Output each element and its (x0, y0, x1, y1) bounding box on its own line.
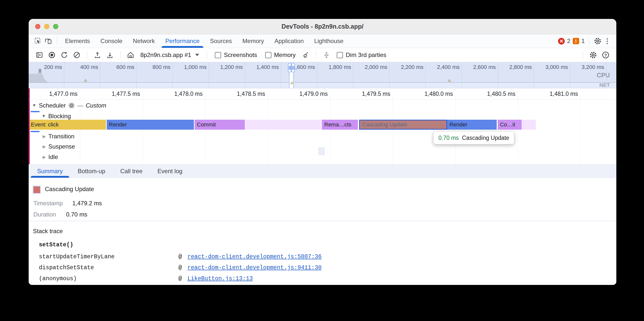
track-gridline (330, 100, 330, 164)
expand-triangle-icon[interactable]: ▼ (32, 103, 36, 108)
frame-source-link[interactable]: react-dom-client.development.js:9411:30 (188, 265, 322, 271)
tab-application[interactable]: Application (269, 34, 309, 48)
separator (120, 51, 120, 59)
flame-chart-bar-row[interactable]: Event: clickRenderCommitRema…ctsCascadin… (29, 120, 616, 130)
flame-bar-filler[interactable] (245, 120, 322, 130)
tab-label: Elements (65, 38, 90, 44)
flame-bar-commit[interactable]: Commit (195, 120, 245, 130)
selection-window[interactable] (289, 72, 294, 88)
stack-origin: setState() (39, 242, 73, 248)
flame-bar-event-click[interactable]: Event: click (29, 120, 106, 130)
details-tab-call-tree[interactable]: Call tree (113, 164, 150, 178)
tab-label: Sources (210, 38, 232, 44)
track-header-scheduler[interactable]: ▼ Scheduler — Custom (32, 102, 106, 110)
collapsed-triangle-icon[interactable]: ▶ (42, 155, 46, 160)
overview-tick-label: 3,200 ms (567, 64, 604, 70)
collect-garbage-broom-icon[interactable] (300, 49, 311, 60)
screenshots-checkbox-group[interactable]: Screenshots (212, 51, 260, 58)
expand-triangle-icon[interactable]: ▼ (42, 114, 46, 119)
flame-bar-filler[interactable] (522, 120, 536, 130)
timeline-overview[interactable]: CPU NET 200 ms400 ms600 ms800 ms1,000 ms… (29, 62, 616, 88)
tab-sources[interactable]: Sources (205, 34, 237, 48)
warning-badge-icon: ! (573, 38, 579, 44)
frame-at-symbol: @ (178, 276, 182, 282)
track-gridline (393, 100, 393, 164)
dim-3rd-parties-checkbox[interactable] (337, 52, 343, 58)
track-row-transition[interactable]: ▶ Transition (42, 133, 74, 140)
summary-pane: Cascading Update Timestamp 1,479.2 ms Du… (29, 178, 616, 285)
details-tab-summary[interactable]: Summary (30, 164, 70, 178)
tab-memory[interactable]: Memory (237, 34, 270, 48)
stack-trace-title: Stack trace (33, 228, 63, 235)
duration-value: 0.70 ms (66, 211, 87, 218)
profile-selector-dropdown[interactable]: 8p2n9n.csb.app #1 (138, 51, 202, 58)
collapse-sections-icon[interactable] (321, 49, 332, 60)
track-gridline (518, 100, 518, 164)
flame-bar-render[interactable]: Render (447, 120, 497, 130)
minimize-window-button[interactable] (44, 24, 49, 29)
ruler-tick (330, 96, 330, 99)
paint-flash-artifact (318, 147, 325, 155)
details-tab-event-log[interactable]: Event log (150, 164, 190, 178)
selection-left-handle[interactable] (288, 63, 291, 72)
zoom-window-button[interactable] (53, 24, 58, 29)
track-row-suspense[interactable]: ▶ Suspense (42, 143, 75, 150)
ruler-tick-label: 1,480.5 ms (468, 91, 516, 97)
toggle-sidebar-icon[interactable] (34, 49, 44, 60)
tab-lighthouse[interactable]: Lighthouse (309, 34, 349, 48)
memory-checkbox-group[interactable]: Memory (262, 51, 299, 58)
upload-profile-icon[interactable] (92, 49, 103, 60)
settings-gear-icon[interactable] (592, 36, 603, 46)
details-tab-bottom-up[interactable]: Bottom-up (70, 164, 113, 178)
tooltip-label: Cascading Update (462, 135, 509, 141)
stack-frame: startUpdateTimerByLane@react-dom-client.… (29, 254, 616, 261)
collapsed-triangle-icon[interactable]: ▶ (42, 144, 46, 149)
overview-tick-label: 2,600 ms (458, 64, 496, 70)
home-icon[interactable] (125, 49, 136, 60)
track-row-idle[interactable]: ▶ Idle (42, 153, 58, 161)
frame-source-link[interactable]: react-dom-client.development.js:5807:36 (188, 254, 322, 260)
close-window-button[interactable] (35, 24, 40, 29)
tab-network[interactable]: Network (128, 34, 160, 48)
record-button[interactable] (46, 49, 57, 60)
memory-checkbox[interactable] (265, 52, 272, 58)
flame-bar-co-it[interactable]: Co…it (498, 120, 522, 130)
console-badges[interactable]: ✕ 2 ! 1 (558, 38, 585, 44)
overview-tick-label: 1,800 ms (314, 64, 351, 70)
frame-at-symbol: @ (178, 254, 182, 260)
tab-label: Performance (165, 38, 200, 44)
inspect-element-icon[interactable] (33, 36, 43, 46)
timestamp-label: Timestamp (34, 200, 63, 207)
tab-elements[interactable]: Elements (60, 34, 95, 48)
separator (56, 37, 57, 45)
tab-performance[interactable]: Performance (160, 34, 204, 48)
separator (583, 51, 583, 59)
chevron-down-icon (195, 54, 199, 56)
overview-tick-label: 800 ms (133, 64, 170, 70)
overview-tick-label: 2,200 ms (386, 64, 424, 70)
device-toolbar-icon[interactable] (43, 36, 54, 46)
flame-bar-cascading-update[interactable]: Cascading Update (359, 120, 447, 130)
more-options-kebab-icon[interactable] (603, 36, 611, 46)
frame-source-link[interactable]: LikeButton.js:13:13 (188, 276, 253, 282)
flame-bar-rema-cts[interactable]: Rema…cts (322, 120, 358, 130)
screenshots-checkbox[interactable] (215, 52, 221, 58)
tab-label: Console (100, 38, 122, 44)
flame-chart-tracks[interactable]: ▼ Scheduler — Custom ▼ Blocking Event: c… (29, 100, 616, 164)
track-row-blocking[interactable]: ▼ Blocking (42, 113, 71, 120)
collapsed-triangle-icon[interactable]: ▶ (42, 134, 46, 139)
tab-console[interactable]: Console (95, 34, 128, 48)
tab-label: Network (133, 38, 155, 44)
help-icon[interactable]: ? (600, 49, 611, 60)
download-profile-icon[interactable] (105, 49, 115, 60)
details-tab-label: Bottom-up (78, 168, 106, 175)
clear-recording-button[interactable] (72, 49, 82, 60)
dim-3rd-parties-checkbox-group[interactable]: Dim 3rd parties (334, 51, 389, 58)
frame-function: (anonymous) (39, 276, 77, 282)
record-and-reload-button[interactable] (59, 49, 70, 60)
cpu-lane-label: CPU (597, 72, 610, 79)
selection-right-handle[interactable] (291, 63, 295, 72)
error-count: 2 (567, 38, 570, 44)
flame-bar-render[interactable]: Render (107, 120, 194, 130)
panel-settings-gear-icon[interactable] (588, 49, 598, 60)
